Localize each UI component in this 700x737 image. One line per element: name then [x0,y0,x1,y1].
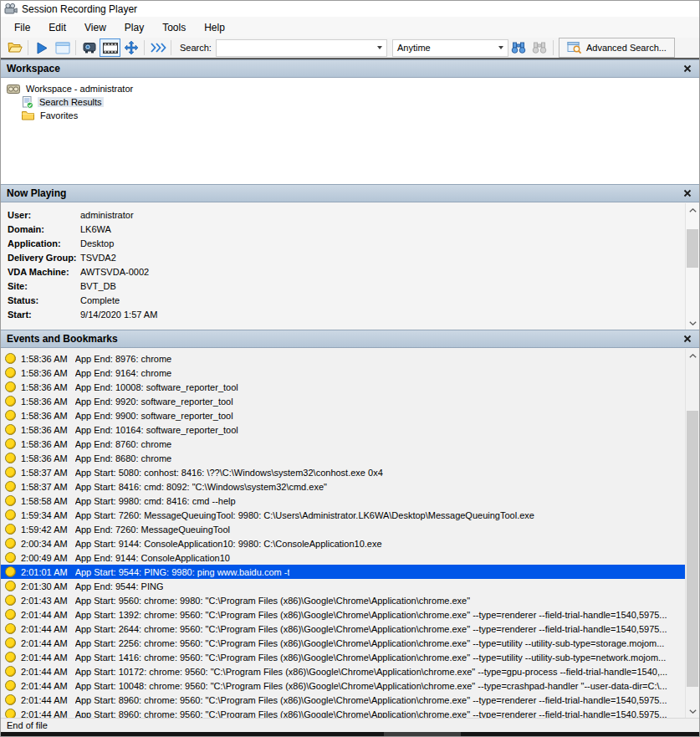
title-bar: Session Recording Player [1,1,699,17]
event-bookmark-icon [5,367,16,378]
event-bookmark-icon [5,666,16,677]
event-time: 2:01:44 AM [21,638,68,648]
search-dropdown-arrow[interactable] [374,40,386,56]
window-title: Session Recording Player [22,3,137,15]
event-row[interactable]: 2:01:43 AM App Start: 9560: chrome: 9980… [1,593,687,607]
pan-icon[interactable] [120,38,141,57]
open-folder-icon[interactable] [4,38,25,57]
event-time: 1:58:36 AM [21,453,68,463]
event-time: 2:01:44 AM [21,610,68,620]
play-icon[interactable] [31,38,52,57]
event-time: 2:01:44 AM [21,653,68,663]
field-value: Complete [80,295,120,305]
event-row[interactable]: 1:59:34 AM App Start: 7260: MessageQueui… [1,508,687,522]
scroll-down-icon[interactable] [686,704,699,718]
now-playing-scrollbar[interactable] [685,203,699,330]
event-time: 2:01:01 AM [21,567,68,577]
tree-item-label: Favorites [38,110,79,120]
event-row[interactable]: 1:58:58 AM App Start: 9980: cmd: 8416: c… [1,494,687,508]
event-text: App Start: 9980: cmd: 8416: cmd --help [75,496,236,506]
time-filter-combobox[interactable]: Anytime [392,39,508,57]
menu-item[interactable]: Edit [39,18,75,37]
event-row[interactable]: 2:01:44 AM App Start: 10048: chrome: 956… [1,678,687,693]
scroll-down-icon[interactable] [686,316,699,330]
event-row[interactable]: 1:58:36 AM App End: 9920: software_repor… [1,394,687,408]
search-combobox [216,39,387,57]
event-row[interactable]: 1:58:36 AM App End: 8976: chrome [1,351,687,366]
tree-item-label: Workspace - administrator [24,84,135,94]
scroll-up-icon[interactable] [686,203,699,217]
event-bookmark-icon [5,381,16,392]
menu-item[interactable]: Tools [153,18,195,37]
event-row[interactable]: 1:58:36 AM App End: 8680: chrome [1,451,687,465]
tree-item-search-results[interactable]: Search Results [22,95,699,109]
event-bookmark-icon [5,495,16,506]
event-text: App End: 8976: chrome [75,354,172,364]
event-row[interactable]: 2:01:44 AM App Start: 2256: chrome: 9560… [1,636,687,650]
menu-item[interactable]: Help [195,18,234,37]
event-row[interactable]: 2:01:44 AM App Start: 10172: chrome: 956… [1,664,687,678]
event-text: App End: 9144: ConsoleApplication10 [75,553,230,563]
field-value: administrator [80,210,134,220]
event-row[interactable]: 2:01:44 AM App Start: 1416: chrome: 9560… [1,650,687,664]
event-row[interactable]: 2:01:44 AM App Start: 8960: chrome: 9560… [1,707,687,718]
events-scrollbar[interactable] [685,349,699,718]
seek-bar-segment[interactable] [384,732,461,737]
event-row[interactable]: 2:01:30 AM App End: 9544: PING [1,579,687,593]
event-row[interactable]: 2:01:01 AM App Start: 9544: PING: 9980: … [1,565,687,579]
event-text: App End: 9900: software_reporter_tool [75,411,233,421]
close-icon[interactable] [682,333,693,345]
workspace-panel-header: Workspace [1,59,699,78]
seek-bar[interactable] [1,732,699,737]
scrollbar-track[interactable] [686,217,699,316]
field-label: Delivery Group: [8,253,80,263]
projector-icon[interactable] [79,38,100,57]
event-time: 1:58:36 AM [21,354,68,364]
filmstrip-icon[interactable] [100,38,120,57]
more-chevrons-icon[interactable] [147,38,168,57]
event-text: App Start: 8960: chrome: 9560: "C:\Progr… [75,695,667,705]
session-recording-player-window: Session Recording Player FileEditViewPla… [0,0,700,737]
event-row[interactable]: 2:00:49 AM App End: 9144: ConsoleApplica… [1,550,687,565]
event-text: App End: 9544: PING [75,581,164,591]
time-filter-dropdown-arrow[interactable] [495,40,508,56]
event-row[interactable]: 1:58:37 AM App Start: 8416: cmd: 8092: "… [1,479,687,494]
scrollbar-thumb[interactable] [687,229,698,268]
event-row[interactable]: 1:58:36 AM App End: 9164: chrome [1,366,687,380]
event-time: 1:58:58 AM [21,496,68,506]
tree-item-workspace-root[interactable]: Workspace - administrator [7,82,699,95]
scroll-up-icon[interactable] [686,349,699,362]
event-row[interactable]: 1:59:42 AM App End: 7260: MessageQueuing… [1,522,687,536]
event-row[interactable]: 1:58:36 AM App End: 9900: software_repor… [1,408,687,422]
event-text: App End: 8760: chrome [75,439,172,449]
close-icon[interactable] [682,187,693,199]
close-icon[interactable] [682,63,693,74]
event-text: App Start: 8416: cmd: 8092: "C:\Windows\… [75,482,327,492]
event-row[interactable]: 2:01:44 AM App Start: 2644: chrome: 9560… [1,622,687,636]
field-label: Application: [8,238,80,248]
window-icon[interactable] [52,38,73,57]
menu-item[interactable]: File [5,18,39,37]
menu-item[interactable]: View [75,18,115,37]
event-time: 1:58:37 AM [21,468,68,478]
event-bookmark-icon [5,353,16,364]
toolbar: Search: Anytime [1,38,699,59]
event-row[interactable]: 1:58:37 AM App Start: 5080: conhost: 841… [1,465,687,479]
event-row[interactable]: 2:01:44 AM App Start: 1392: chrome: 9560… [1,607,687,622]
search-input[interactable] [217,40,374,56]
menu-item[interactable]: Play [115,18,153,37]
scrollbar-track[interactable] [686,362,699,704]
event-row[interactable]: 1:58:36 AM App End: 10008: software_repo… [1,380,687,394]
event-time: 1:58:36 AM [21,368,68,378]
advanced-search-button[interactable]: Advanced Search... [559,38,675,58]
field-label: Site: [8,281,80,291]
tree-item-favorites[interactable]: Favorites [22,109,699,122]
event-row[interactable]: 1:58:36 AM App End: 10164: software_repo… [1,422,687,437]
event-row[interactable]: 1:58:36 AM App End: 8760: chrome [1,437,687,451]
find-binoculars-icon[interactable] [508,38,529,57]
event-row[interactable]: 2:00:34 AM App Start: 9144: ConsoleAppli… [1,536,687,550]
event-text: App End: 7260: MessageQueuingTool [75,525,230,535]
now-playing-panel-title: Now Playing [7,187,66,199]
event-row[interactable]: 2:01:44 AM App Start: 8960: chrome: 9560… [1,693,687,707]
scrollbar-thumb[interactable] [687,411,698,687]
